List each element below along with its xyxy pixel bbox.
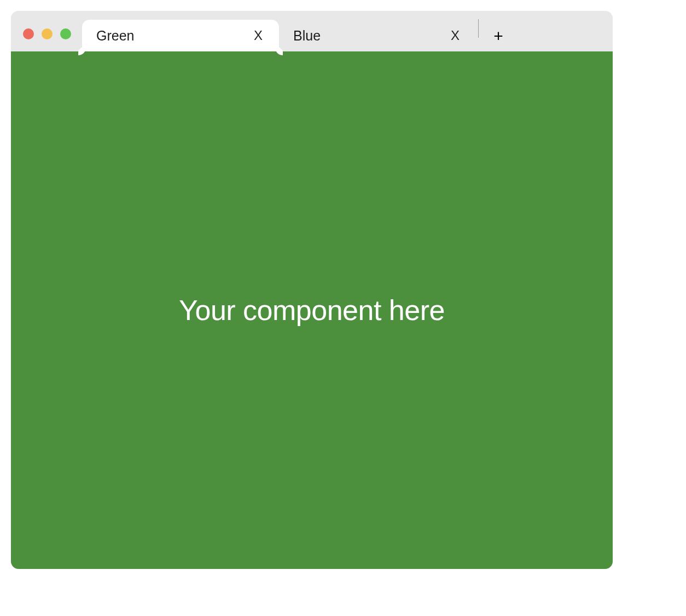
new-tab-button[interactable]: + bbox=[486, 24, 510, 48]
close-icon[interactable]: X bbox=[251, 27, 266, 44]
tab-divider bbox=[478, 19, 479, 38]
tabs-container: Green X Blue X + bbox=[82, 11, 510, 51]
window-controls bbox=[19, 28, 77, 51]
tab-blue[interactable]: Blue X bbox=[279, 20, 476, 51]
browser-window: Green X Blue X + Your component here bbox=[11, 11, 613, 569]
content-area: Your component here bbox=[11, 51, 613, 569]
close-icon[interactable]: X bbox=[447, 27, 463, 44]
tab-label: Blue bbox=[293, 28, 321, 44]
window-minimize-button[interactable] bbox=[42, 28, 53, 39]
window-maximize-button[interactable] bbox=[60, 28, 71, 39]
tab-bar: Green X Blue X + bbox=[11, 11, 613, 51]
plus-icon: + bbox=[493, 27, 503, 45]
window-close-button[interactable] bbox=[23, 28, 34, 39]
placeholder-text: Your component here bbox=[179, 294, 445, 327]
tab-label: Green bbox=[96, 28, 134, 44]
tab-green[interactable]: Green X bbox=[82, 20, 279, 51]
